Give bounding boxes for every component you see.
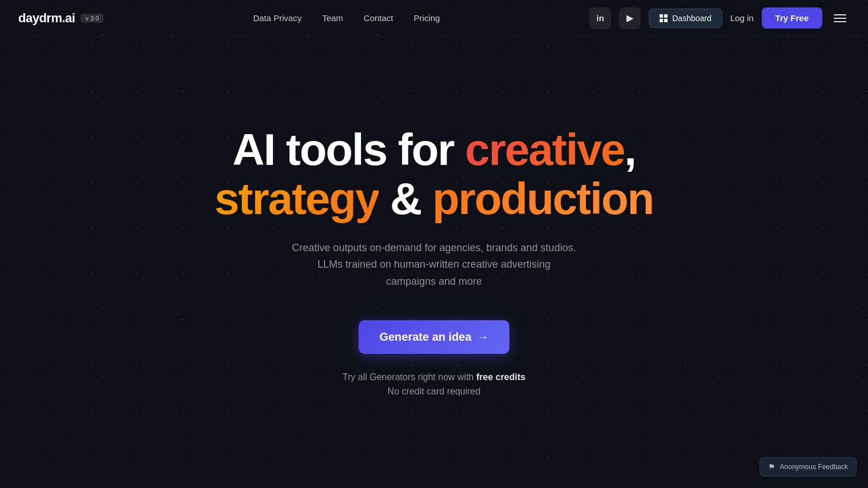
footnote-prefix: Try all Generators right now with [343, 372, 476, 382]
arrow-right-icon: → [477, 330, 489, 344]
hero-subtext: Creative outputs on-demand for agencies,… [292, 240, 576, 291]
headline-production: production [432, 174, 653, 224]
nav-link-pricing[interactable]: Pricing [414, 13, 440, 23]
feedback-widget[interactable]: ⚑ Anonymous Feedback [760, 457, 857, 477]
nav-link-contact[interactable]: Contact [364, 13, 393, 23]
linkedin-icon[interactable]: in [589, 7, 611, 29]
youtube-icon[interactable]: ▶ [619, 7, 641, 29]
nav-right: in ▶ Dashboard Log in Try Free [589, 7, 850, 29]
login-button[interactable]: Log in [730, 13, 754, 23]
hero-subtext-line2: LLMs trained on human-written creative a… [318, 259, 550, 270]
feedback-label: Anonymous Feedback [780, 463, 848, 471]
dashboard-button[interactable]: Dashboard [649, 9, 722, 28]
footnote-bold: free credits [476, 372, 525, 382]
headline-strategy: strategy [215, 174, 379, 224]
try-free-button[interactable]: Try Free [762, 7, 822, 29]
hero-subtext-line3: campaigns and more [386, 276, 482, 287]
nav-link-team[interactable]: Team [322, 13, 343, 23]
hamburger-line [834, 18, 846, 19]
headline-text-prefix: AI tools for [232, 124, 465, 175]
hero-section: AI tools for creative, strategy & produc… [0, 37, 868, 488]
logo[interactable]: daydrm.ai [18, 11, 75, 26]
headline-ampersand: & [379, 174, 432, 224]
generate-idea-label: Generate an idea [379, 330, 471, 344]
generate-idea-button[interactable]: Generate an idea → [359, 320, 509, 354]
hamburger-line [834, 21, 846, 22]
headline-comma: , [624, 124, 636, 175]
footnote-line2: No credit card required [388, 386, 481, 396]
hero-headline: AI tools for creative, strategy & produc… [215, 126, 653, 224]
nav-center: Data Privacy Team Contact Pricing [253, 13, 440, 23]
nav-link-data-privacy[interactable]: Data Privacy [253, 13, 302, 23]
hero-subtext-line1: Creative outputs on-demand for agencies,… [292, 242, 576, 253]
hamburger-menu-button[interactable] [830, 11, 850, 26]
feedback-icon: ⚑ [768, 462, 775, 471]
headline-creative: creative [465, 124, 624, 175]
hero-footnote: Try all Generators right now with free c… [343, 370, 525, 399]
dashboard-grid-icon [660, 14, 668, 22]
hamburger-line [834, 14, 846, 15]
navigation: daydrm.ai v 3.0 Data Privacy Team Contac… [0, 0, 868, 37]
version-badge: v 3.0 [81, 14, 103, 23]
nav-left: daydrm.ai v 3.0 [18, 11, 103, 26]
